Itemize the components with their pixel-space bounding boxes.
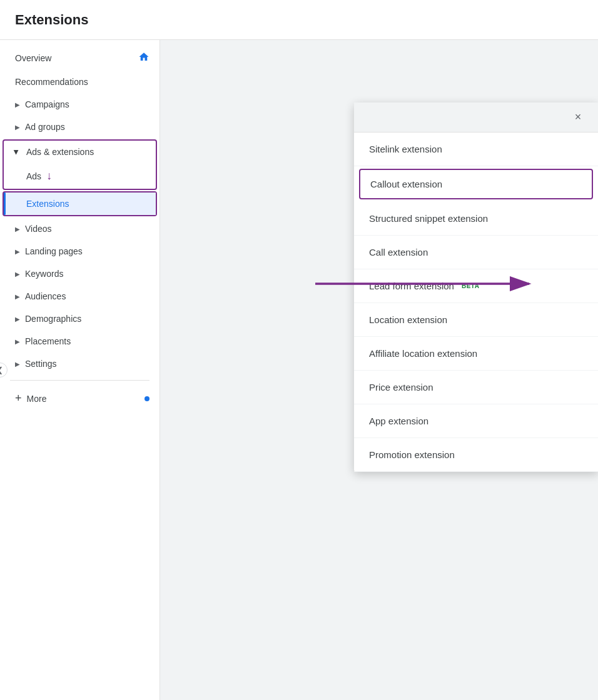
sidebar-item-demographics[interactable]: ▶ Demographics xyxy=(0,308,160,330)
sidebar-item-keywords-label: Keywords xyxy=(25,269,63,279)
dropdown-item-location-label: Location extension xyxy=(369,314,447,325)
sidebar-item-keywords[interactable]: ▶ Keywords xyxy=(0,262,160,285)
sidebar-item-overview[interactable]: Overview xyxy=(0,45,160,71)
chevron-right-icon: ▶ xyxy=(15,248,20,255)
sidebar-item-videos-label: Videos xyxy=(25,224,52,234)
dropdown-item-lead-form-label: Lead form extension xyxy=(369,281,454,291)
dropdown-item-app[interactable]: App extension xyxy=(354,404,598,438)
sidebar-item-ads-label: Ads xyxy=(26,171,41,181)
collapse-icon: ❮ xyxy=(0,366,3,374)
sidebar-item-audiences-label: Audiences xyxy=(25,291,66,301)
sidebar-item-placements-label: Placements xyxy=(25,336,71,346)
dropdown-item-call-label: Call extension xyxy=(369,247,428,258)
top-bar: Extensions xyxy=(0,0,598,40)
content-area: × Sitelink extension Callout extension S… xyxy=(160,40,598,700)
plus-icon: + xyxy=(15,392,22,405)
dropdown-item-affiliate-location-label: Affiliate location extension xyxy=(369,348,477,359)
sidebar-item-videos[interactable]: ▶ Videos xyxy=(0,218,160,240)
sidebar-item-recommendations-label: Recommendations xyxy=(15,77,88,87)
sidebar-item-campaigns[interactable]: ▶ Campaigns xyxy=(0,93,160,116)
sidebar-item-ad-groups[interactable]: ▶ Ad groups xyxy=(0,116,160,138)
dropdown-item-call[interactable]: Call extension xyxy=(354,236,598,269)
chevron-right-icon: ▶ xyxy=(15,293,20,300)
page-title: Extensions xyxy=(15,12,88,28)
chevron-right-icon: ▶ xyxy=(15,316,20,322)
sidebar: Overview Recommendations ▶ Campaigns ▶ A… xyxy=(0,40,160,700)
dropdown-item-app-label: App extension xyxy=(369,416,428,426)
down-arrow-icon: ↓ xyxy=(46,169,52,182)
sidebar-item-ads[interactable]: Ads ↓ xyxy=(4,163,156,189)
sidebar-item-recommendations[interactable]: Recommendations xyxy=(0,71,160,93)
dropdown-item-lead-form[interactable]: Lead form extension BETA xyxy=(354,269,598,303)
chevron-down-icon: ▶ xyxy=(13,149,20,154)
sidebar-item-demographics-label: Demographics xyxy=(25,314,81,324)
sidebar-item-ad-groups-label: Ad groups xyxy=(25,122,65,132)
sidebar-item-ads-extensions-label: Ads & extensions xyxy=(26,147,94,157)
ads-extensions-group: ▶ Ads & extensions Ads ↓ xyxy=(3,139,157,190)
chevron-right-icon: ▶ xyxy=(15,124,20,131)
chevron-right-icon: ▶ xyxy=(15,271,20,278)
extensions-item-wrapper: Extensions xyxy=(3,191,157,216)
sidebar-item-audiences[interactable]: ▶ Audiences xyxy=(0,285,160,308)
dropdown-item-callout[interactable]: Callout extension xyxy=(360,170,592,198)
beta-badge: BETA xyxy=(462,282,479,289)
sidebar-item-extensions[interactable]: Extensions xyxy=(4,192,156,215)
sidebar-item-ads-extensions[interactable]: ▶ Ads & extensions xyxy=(4,141,156,163)
close-button[interactable]: × xyxy=(568,108,588,128)
close-icon: × xyxy=(575,111,582,124)
dropdown-item-affiliate-location[interactable]: Affiliate location extension xyxy=(354,337,598,371)
main-layout: Overview Recommendations ▶ Campaigns ▶ A… xyxy=(0,40,598,700)
chevron-right-icon: ▶ xyxy=(15,361,20,368)
active-indicator xyxy=(4,192,6,215)
dropdown-item-sitelink[interactable]: Sitelink extension xyxy=(354,132,598,166)
dropdown-item-callout-label: Callout extension xyxy=(370,179,442,189)
sidebar-item-landing-pages-label: Landing pages xyxy=(25,246,83,256)
sidebar-item-campaigns-label: Campaigns xyxy=(25,99,69,109)
dropdown-item-sitelink-label: Sitelink extension xyxy=(369,144,442,154)
chevron-right-icon: ▶ xyxy=(15,101,20,108)
dropdown-item-structured-snippet-label: Structured snippet extension xyxy=(369,213,488,224)
dropdown-item-location[interactable]: Location extension xyxy=(354,303,598,337)
home-icon xyxy=(138,51,150,64)
sidebar-item-settings[interactable]: ▶ Settings xyxy=(0,352,160,375)
sidebar-item-more[interactable]: + More xyxy=(0,386,160,411)
sidebar-item-landing-pages[interactable]: ▶ Landing pages xyxy=(0,240,160,262)
sidebar-item-overview-label: Overview xyxy=(15,53,51,63)
chevron-right-icon: ▶ xyxy=(15,226,20,232)
notification-dot xyxy=(144,396,150,401)
dropdown-item-structured-snippet[interactable]: Structured snippet extension xyxy=(354,202,598,236)
chevron-right-icon: ▶ xyxy=(15,338,20,345)
dropdown-header: × xyxy=(354,102,598,132)
sidebar-more-label: More xyxy=(27,394,47,404)
sidebar-item-extensions-label: Extensions xyxy=(26,199,69,209)
sidebar-divider xyxy=(10,380,150,381)
sidebar-item-settings-label: Settings xyxy=(25,359,57,369)
dropdown-item-price-label: Price extension xyxy=(369,382,433,392)
dropdown-item-price[interactable]: Price extension xyxy=(354,371,598,404)
extension-type-dropdown: × Sitelink extension Callout extension S… xyxy=(354,102,598,472)
sidebar-item-placements[interactable]: ▶ Placements xyxy=(0,330,160,352)
dropdown-item-promotion-label: Promotion extension xyxy=(369,449,455,460)
dropdown-item-promotion[interactable]: Promotion extension xyxy=(354,438,598,472)
dropdown-item-callout-wrapper: Callout extension xyxy=(359,169,593,199)
